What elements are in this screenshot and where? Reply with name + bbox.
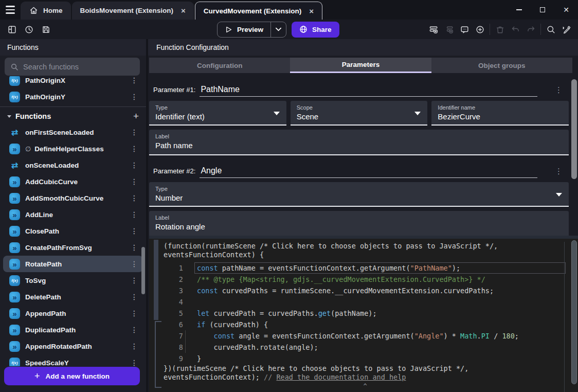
tab-close-icon[interactable]: × [309,7,314,15]
item-menu-icon[interactable]: ⋮ [129,128,140,136]
item-menu-icon[interactable]: ⋮ [129,243,140,252]
function-item-deletepath[interactable]: »DeletePath⋮ [3,289,143,305]
save-button[interactable] [39,23,52,36]
code-line[interactable]: 9} [164,353,567,364]
label-field[interactable]: LabelRotation angle [149,211,569,237]
add-circle-button[interactable] [473,23,486,36]
tab-curvedmovement-extension-[interactable]: CurvedMovement (Extension)× [195,2,322,20]
collapse-hint-icon[interactable]: ^ [164,383,567,390]
close-button[interactable]: ✕ [554,0,578,20]
tab-home[interactable]: Home [21,2,71,20]
item-menu-icon[interactable]: ⋮ [129,210,140,219]
menu-icon[interactable] [0,0,21,20]
collapse-caret-icon[interactable] [7,115,11,118]
item-menu-icon[interactable]: ⋮ [129,76,140,84]
function-item-speedscaley[interactable]: f(x)SpeedScaleY⋮ [3,354,143,366]
code-line[interactable]: 7 const angle = eventsFunctionContext.ge… [164,330,567,342]
identifier-name-field[interactable]: Identifier nameBezierCurve [431,101,569,126]
function-item-addline[interactable]: »AddLine⋮ [3,206,143,223]
item-menu-icon[interactable]: ⋮ [129,177,140,186]
add-function-icon[interactable]: + [133,111,139,122]
function-item-tosvg[interactable]: f(x)ToSvg⋮ [3,272,143,289]
function-item-onsceneloaded[interactable]: ⇄onSceneLoaded⋮ [3,157,143,173]
code-token: "Angle" [414,332,444,340]
scope-field[interactable]: ScopeScene [291,101,428,126]
function-item-closepath[interactable]: »ClosePath⋮ [3,223,143,239]
editor-scrollbar[interactable] [571,240,577,384]
add-sub-event-button[interactable] [442,23,456,36]
function-item-rotatepath[interactable]: »RotatePath⋮ [3,256,143,272]
redo-button[interactable] [524,23,537,36]
search-functions-input[interactable]: Search functions [5,58,140,76]
item-menu-icon[interactable]: ⋮ [129,309,140,317]
function-item-appendrotatedpath[interactable]: »AppendRotatedPath⋮ [3,338,143,354]
code-content[interactable]: (function(runtimeScene /* Click here to … [164,242,567,392]
function-item-definehelperclasses[interactable]: »∅DefineHelperClasses⋮ [3,140,143,157]
tab-boidsmovement-extension-[interactable]: BoidsMovement (Extension)× [72,2,194,20]
add-new-function-button[interactable]: + Add a new function [4,367,140,385]
parameter-name-input[interactable]: PathName [200,85,537,97]
item-menu-icon[interactable]: ⋮ [129,293,140,301]
function-item-addsmoothcubiccurve[interactable]: »AddSmoothCubicCurve⋮ [3,190,143,206]
tab-parameters[interactable]: Parameters [290,58,431,73]
action-function-icon: » [9,325,20,335]
preview-dropdown-button[interactable] [270,22,286,37]
history-button[interactable] [22,23,35,36]
code-line[interactable]: 5let curvedPath = curvedPaths.get(pathNa… [164,308,567,319]
parameter-name-input[interactable]: Angle [200,166,537,178]
add-comment-button[interactable] [458,23,471,36]
item-menu-icon[interactable]: ⋮ [129,342,140,350]
function-item-label: AddLine [25,211,53,219]
javascript-code-editor[interactable]: (function(runtimeScene /* Click here to … [149,236,578,392]
function-item-duplicatedpath[interactable]: »DuplicatedPath⋮ [3,322,143,338]
add-event-button[interactable] [427,23,440,36]
documentation-link[interactable]: Read the documentation and help [276,373,406,381]
item-menu-icon[interactable]: ⋮ [129,276,140,284]
sidebar-scrollbar[interactable] [141,247,145,294]
item-menu-icon[interactable]: ⋮ [129,227,140,235]
item-menu-icon[interactable]: ⋮ [129,145,140,153]
function-item-onfirstsceneloaded[interactable]: ⇄onFirstSceneLoaded⋮ [3,124,143,140]
type-field[interactable]: TypeIdentifier (text) [149,101,286,126]
delete-button[interactable] [493,23,507,36]
parameters-list: Parameter #1:PathName⋮TypeIdentifier (te… [149,81,569,237]
preview-button[interactable]: Preview [217,22,286,38]
code-line[interactable]: 4 [164,296,567,308]
undo-button[interactable] [509,23,522,36]
share-button[interactable]: Share [292,22,339,38]
plus-icon: + [34,371,40,382]
extension-edit-button[interactable] [559,23,573,36]
item-menu-icon[interactable]: ⋮ [129,359,140,366]
code-line[interactable]: 1const pathName = eventsFunctionContext.… [164,262,567,274]
tab-configuration[interactable]: Configuration [149,58,290,73]
code-line[interactable]: 6if (curvedPath) { [164,319,567,330]
type-field[interactable]: TypeNumber [149,182,569,207]
code-line[interactable]: 3const curvedPaths = runtimeScene.__curv… [164,285,567,296]
functions-section-header[interactable]: Functions+ [0,109,146,124]
parameters-scrollbar[interactable] [571,79,577,179]
maximize-button[interactable] [531,0,554,20]
item-menu-icon[interactable]: ⋮ [129,326,140,334]
item-menu-icon[interactable]: ⋮ [129,161,140,169]
label-field[interactable]: LabelPath name [149,130,569,155]
tab-object-groups[interactable]: Object groups [431,58,572,73]
code-token: if [197,320,205,329]
function-item-label: AppendRotatedPath [25,343,92,350]
parameter-menu-icon[interactable]: ⋮ [555,167,566,178]
function-item-createpathfromsvg[interactable]: »CreatePathFromSvg⋮ [3,239,143,256]
function-item-addcubiccurve[interactable]: »AddCubicCurve⋮ [3,173,143,190]
toolbar: Preview Share [0,20,578,39]
minimize-button[interactable] [507,0,531,20]
function-item-pathoriginy[interactable]: f(x)PathOriginY⋮ [3,88,143,105]
code-line[interactable]: 2/** @type {Map<string, gdjs.__curvedMov… [164,274,567,285]
parameter-menu-icon[interactable]: ⋮ [555,85,566,97]
function-item-pathoriginx[interactable]: f(x)PathOriginX⋮ [3,76,143,88]
item-menu-icon[interactable]: ⋮ [129,194,140,202]
code-line[interactable]: 8 curvedPath.rotate(angle); [164,342,567,353]
tab-close-icon[interactable]: × [181,7,186,14]
search-button[interactable] [544,23,557,36]
project-manager-button[interactable] [5,23,19,36]
item-menu-icon[interactable]: ⋮ [129,93,140,101]
function-item-appendpath[interactable]: »AppendPath⋮ [3,305,143,322]
item-menu-icon[interactable]: ⋮ [129,260,140,268]
